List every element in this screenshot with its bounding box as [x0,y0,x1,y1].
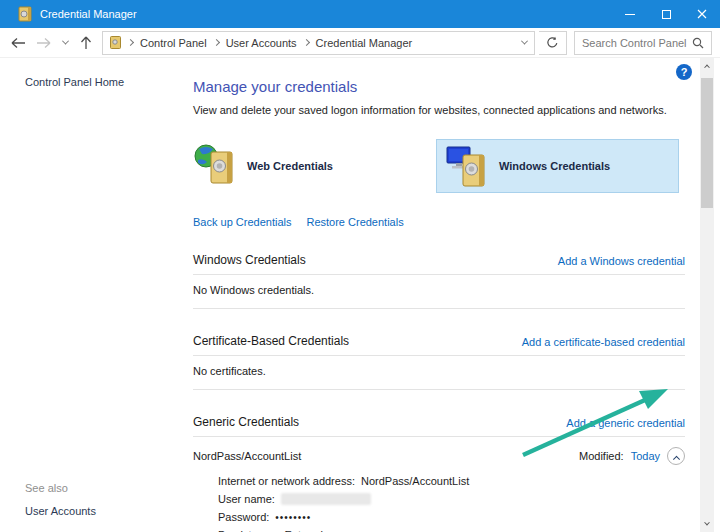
modified-label: Modified: [579,450,624,462]
scroll-down-button[interactable] [700,516,714,532]
breadcrumb-user-accounts[interactable]: User Accounts [226,37,297,49]
address-label: Internet or network address: [218,475,355,487]
section-title-generic-credentials: Generic Credentials [193,415,299,429]
forward-arrow-icon [36,37,52,49]
credential-type-tabs: Web Credentials Windows Credentials [193,139,685,193]
title-bar: Credential Manager [0,0,720,28]
address-value: NordPass/AccountList [361,475,469,487]
chevron-up-icon [672,455,679,462]
main-area: Control Panel Home See also User Account… [0,58,720,532]
tab-web-credentials[interactable]: Web Credentials [193,139,436,193]
back-button[interactable] [6,31,30,55]
windows-credentials-icon [446,143,490,189]
credential-name: NordPass/AccountList [193,450,301,462]
web-credentials-icon [194,143,238,189]
address-bar[interactable]: Control Panel User Accounts Credential M… [102,31,535,55]
section-title-windows-credentials: Windows Credentials [193,253,306,267]
refresh-button[interactable] [539,31,567,55]
page-title: Manage your credentials [193,78,685,95]
tab-windows-credentials[interactable]: Windows Credentials [436,139,679,193]
close-button[interactable] [684,0,720,28]
chevron-down-icon [61,38,68,45]
help-button[interactable]: ? [676,64,692,80]
restore-credentials-link[interactable]: Restore Credentials [306,216,403,228]
tab-label: Windows Credentials [499,160,610,172]
vertical-scrollbar[interactable] [700,58,714,532]
address-dropdown-icon[interactable] [521,38,528,45]
see-also-label: See also [25,482,96,494]
breadcrumb-safe-icon [110,36,121,49]
window-title: Credential Manager [40,8,137,20]
password-mask: •••••••• [275,512,311,523]
add-certificate-credential-link[interactable]: Add a certificate-based credential [522,336,685,348]
breadcrumb-credential-manager[interactable]: Credential Manager [316,37,413,49]
tab-label: Web Credentials [247,160,333,172]
sidebar: Control Panel Home See also User Account… [0,58,193,532]
search-input[interactable] [582,37,692,49]
minimize-icon [625,14,635,15]
scrollbar-thumb[interactable] [701,78,713,208]
password-label: Password: [218,511,269,523]
breadcrumb-control-panel[interactable]: Control Panel [140,37,207,49]
chevron-down-icon [704,520,710,526]
breadcrumb-separator-icon [213,39,220,46]
backup-credentials-link[interactable]: Back up Credentials [193,216,291,228]
add-windows-credential-link[interactable]: Add a Windows credential [558,255,685,267]
section-title-certificate-credentials: Certificate-Based Credentials [193,334,349,348]
credential-row-accountlist[interactable]: NordPass/AccountList Modified: Today [193,437,685,469]
breadcrumb-separator-icon [303,39,310,46]
credential-details: Internet or network address: NordPass/Ac… [218,475,685,532]
username-label: User name: [218,493,275,505]
close-icon [697,9,707,19]
credential-manager-window: Credential Manager Control Panel [0,0,720,532]
collapse-button[interactable] [667,447,685,465]
scroll-up-button[interactable] [700,58,714,74]
up-button[interactable] [74,31,98,55]
page-subtitle: View and delete your saved logon informa… [193,104,685,116]
back-arrow-icon [10,37,26,49]
username-redacted-value [281,493,371,505]
search-icon [692,37,704,49]
search-box [574,31,712,55]
breadcrumb-separator-icon [127,39,134,46]
sidebar-item-control-panel-home[interactable]: Control Panel Home [25,76,193,88]
maximize-button[interactable] [648,0,684,28]
content-pane: Manage your credentials View and delete … [193,58,685,532]
navigation-toolbar: Control Panel User Accounts Credential M… [0,28,720,58]
no-certificates-text: No certificates. [193,356,685,390]
add-generic-credential-link[interactable]: Add a generic credential [566,417,685,429]
chevron-up-icon [704,65,710,71]
sidebar-item-user-accounts[interactable]: User Accounts [25,505,96,517]
app-safe-icon [18,6,32,22]
forward-button[interactable] [32,31,56,55]
up-arrow-icon [80,35,92,50]
refresh-icon [546,36,559,49]
modified-value: Today [631,450,660,462]
minimize-button[interactable] [612,0,648,28]
no-windows-credentials-text: No Windows credentials. [193,275,685,309]
recent-pages-button[interactable] [58,31,72,55]
maximize-icon [662,10,671,19]
